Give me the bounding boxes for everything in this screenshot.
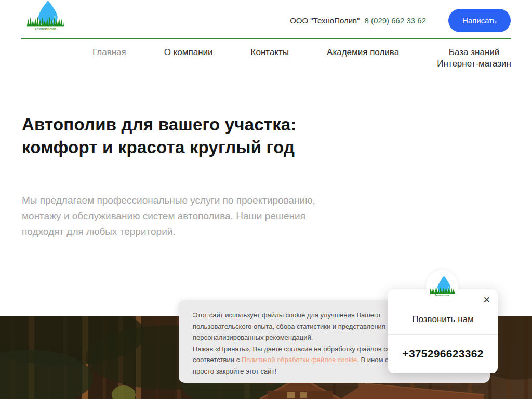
header-phone-link[interactable]: 8 (029) 662 33 62 [365, 16, 426, 25]
nav-item-glavnaya[interactable]: Главная [92, 47, 126, 58]
page-title-line2: комфорт и красота круглый год [22, 136, 297, 159]
header-divider-line [21, 38, 511, 39]
popup-logo: Технополив [426, 270, 458, 302]
nav-item-baza-znaniy[interactable]: База знаний [449, 47, 499, 58]
write-button[interactable]: Написать [448, 9, 511, 32]
water-drop-grass-logo-icon: Технополив [25, 1, 65, 31]
hero-description: Мы предлагаем профессиональные услуги по… [22, 193, 349, 240]
nav-item-kontakty[interactable]: Контакты [251, 47, 289, 58]
logo-brand-text: Технополив [34, 26, 56, 31]
popup-phone-link[interactable]: +375296623362 [388, 334, 498, 373]
page-title: Автополив для вашего участка: комфорт и … [22, 113, 297, 159]
company-name: ООО "ТехноПолив" [290, 16, 360, 25]
water-drop-grass-logo-icon: Технополив [429, 275, 456, 298]
close-icon[interactable]: ✕ [482, 295, 491, 305]
main-nav: Главная О компании Контакты Академия пол… [92, 47, 511, 69]
nav-item-o-kompanii[interactable]: О компании [164, 47, 213, 58]
nav-item-akademiya-poliva[interactable]: Академия полива [327, 47, 399, 58]
logo-brand-text: Технополив [435, 294, 449, 297]
cookie-policy-link[interactable]: Политикой обработки файлов cookie [242, 356, 357, 364]
header-logo[interactable]: Технополив [25, 1, 65, 31]
page: Технополив ООО "ТехноПолив" 8 (029) 662 … [0, 0, 532, 399]
call-popup-title: Позвонить нам [388, 314, 498, 325]
nav-column: База знаний Интернет-магазин [437, 47, 511, 69]
header-contact: ООО "ТехноПолив" 8 (029) 662 33 62 [290, 16, 426, 25]
page-title-line1: Автополив для вашего участка: [22, 113, 297, 136]
nav-item-internet-magazin[interactable]: Интернет-магазин [437, 58, 511, 69]
